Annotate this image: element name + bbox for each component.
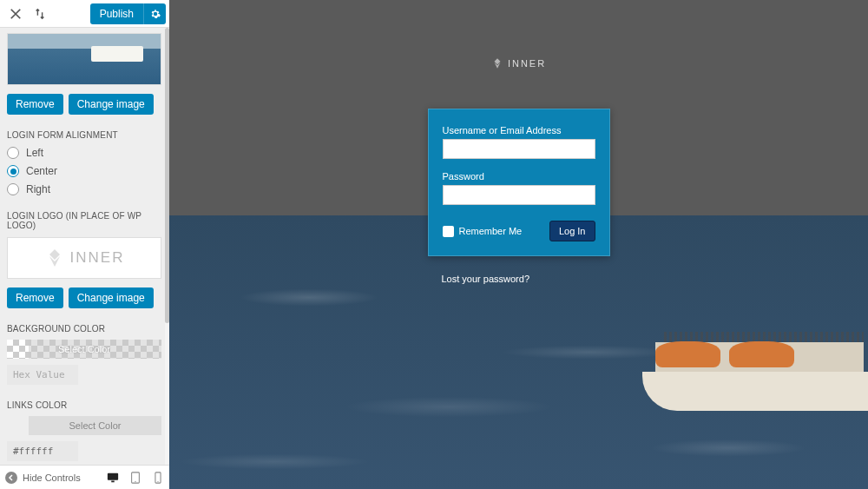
alignment-label: LOGIN FORM ALIGNMENT [7, 130, 162, 140]
change-logo-button[interactable]: Change image [69, 287, 154, 308]
checkbox-icon [443, 226, 454, 237]
sidebar-footer: Hide Controls [0, 465, 169, 489]
diamond-icon [491, 57, 503, 69]
radio-icon [7, 183, 19, 195]
diamond-icon [44, 248, 65, 268]
login-logo-preview: INNER [7, 237, 161, 279]
background-image-preview [7, 33, 161, 85]
remember-me-label: Remember Me [459, 226, 523, 236]
desktop-preview-button[interactable] [107, 472, 119, 484]
device-preview-switcher [107, 472, 164, 484]
mobile-preview-button[interactable] [152, 472, 164, 484]
expand-icon[interactable] [28, 2, 52, 26]
tablet-preview-button[interactable] [129, 472, 141, 484]
svg-point-3 [135, 480, 135, 481]
svg-rect-0 [108, 472, 118, 479]
remove-logo-button[interactable]: Remove [7, 287, 63, 308]
username-input[interactable] [443, 139, 595, 159]
bg-color-select-button[interactable]: Select Color [7, 340, 161, 359]
site-brand-text: INNER [508, 58, 546, 69]
site-logo: INNER [491, 57, 546, 69]
alignment-left[interactable]: Left [7, 147, 162, 159]
radio-label: Left [26, 147, 43, 159]
lost-password-link[interactable]: Lost your password? [442, 274, 530, 284]
remove-bg-image-button[interactable]: Remove [7, 94, 63, 115]
password-label: Password [443, 171, 595, 182]
alignment-radio-group: Left Center Right [7, 147, 162, 195]
password-input[interactable] [443, 185, 595, 205]
bg-color-label: BACKGROUND COLOR [7, 324, 162, 334]
publish-button[interactable]: Publish [90, 3, 143, 24]
select-color-text: Select Color [58, 344, 110, 354]
username-label: Username or Email Address [443, 125, 595, 135]
svg-point-5 [157, 480, 158, 481]
logo-text: INNER [70, 249, 125, 267]
sidebar-content: Remove Change image LOGIN FORM ALIGNMENT… [0, 28, 169, 465]
links-color-select-button[interactable]: Select Color [29, 416, 161, 435]
hide-controls-label: Hide Controls [23, 472, 81, 483]
publish-settings-button[interactable] [143, 3, 166, 24]
hide-controls-button[interactable]: Hide Controls [5, 472, 81, 484]
alignment-center[interactable]: Center [7, 165, 162, 177]
collapse-icon [5, 472, 17, 484]
customizer-sidebar: Publish Remove Change image LOGIN FORM A… [0, 0, 169, 489]
radio-icon [7, 165, 19, 177]
radio-icon [7, 147, 19, 159]
login-button[interactable]: Log In [549, 221, 595, 241]
radio-label: Center [26, 165, 57, 177]
links-color-label: LINKS COLOR [7, 400, 162, 410]
bg-color-hex-input[interactable] [7, 365, 78, 385]
sidebar-header: Publish [0, 0, 169, 28]
login-logo-label: LOGIN LOGO (IN PLACE OF WP LOGO) [7, 211, 162, 230]
select-color-text: Select Color [69, 420, 122, 431]
alignment-right[interactable]: Right [7, 183, 162, 195]
remember-me-checkbox[interactable]: Remember Me [443, 226, 523, 237]
login-preview: INNER Username or Email Address Password… [169, 0, 868, 489]
links-color-hex-input[interactable] [7, 441, 78, 461]
change-bg-image-button[interactable]: Change image [69, 94, 154, 115]
close-button[interactable] [3, 2, 28, 26]
login-form: Username or Email Address Password Remem… [428, 109, 610, 256]
radio-label: Right [26, 183, 50, 195]
background-ship [642, 298, 868, 411]
svg-rect-1 [111, 480, 115, 482]
